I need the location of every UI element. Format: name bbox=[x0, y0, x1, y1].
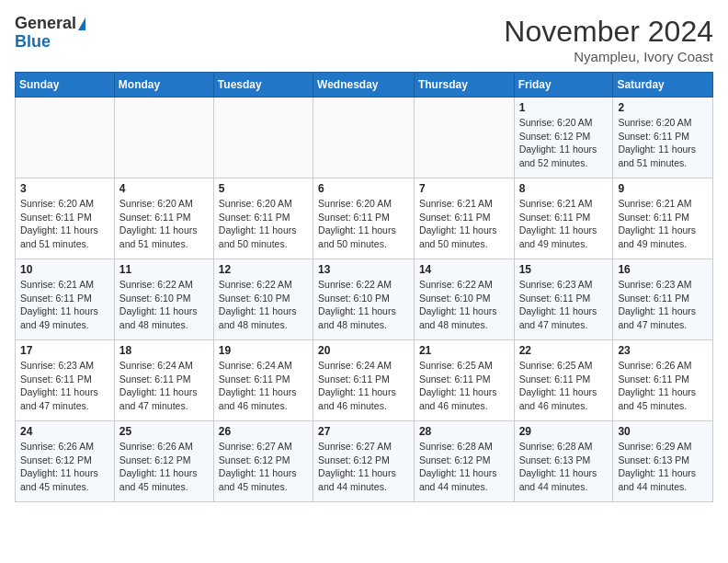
calendar-cell: 18Sunrise: 6:24 AMSunset: 6:11 PMDayligh… bbox=[114, 340, 213, 421]
header-row: SundayMondayTuesdayWednesdayThursdayFrid… bbox=[16, 73, 713, 98]
calendar-cell: 1Sunrise: 6:20 AMSunset: 6:12 PMDaylight… bbox=[514, 98, 613, 178]
day-info: Sunrise: 6:22 AMSunset: 6:10 PMDaylight:… bbox=[318, 278, 409, 332]
calendar-cell: 21Sunrise: 6:25 AMSunset: 6:11 PMDayligh… bbox=[414, 340, 514, 421]
day-info: Sunrise: 6:21 AMSunset: 6:11 PMDaylight:… bbox=[519, 197, 609, 251]
calendar-table: SundayMondayTuesdayWednesdayThursdayFrid… bbox=[15, 72, 713, 502]
calendar-cell: 4Sunrise: 6:20 AMSunset: 6:11 PMDaylight… bbox=[114, 178, 213, 259]
calendar-cell: 28Sunrise: 6:28 AMSunset: 6:12 PMDayligh… bbox=[414, 421, 514, 502]
calendar-week-0: 1Sunrise: 6:20 AMSunset: 6:12 PMDaylight… bbox=[16, 98, 713, 178]
day-info: Sunrise: 6:22 AMSunset: 6:10 PMDaylight:… bbox=[119, 278, 209, 332]
calendar-cell: 23Sunrise: 6:26 AMSunset: 6:11 PMDayligh… bbox=[613, 340, 713, 421]
calendar-cell: 11Sunrise: 6:22 AMSunset: 6:10 PMDayligh… bbox=[114, 259, 213, 340]
calendar-cell: 29Sunrise: 6:28 AMSunset: 6:13 PMDayligh… bbox=[514, 421, 613, 502]
calendar-body: 1Sunrise: 6:20 AMSunset: 6:12 PMDaylight… bbox=[16, 98, 713, 502]
day-number: 28 bbox=[419, 425, 509, 438]
logo: General Blue bbox=[15, 15, 85, 52]
day-number: 29 bbox=[519, 425, 609, 438]
day-number: 5 bbox=[219, 182, 308, 195]
col-header-monday: Monday bbox=[114, 73, 213, 98]
col-header-friday: Friday bbox=[514, 73, 613, 98]
calendar-cell: 16Sunrise: 6:23 AMSunset: 6:11 PMDayligh… bbox=[613, 259, 713, 340]
day-number: 9 bbox=[618, 182, 708, 195]
day-number: 6 bbox=[318, 182, 409, 195]
day-number: 18 bbox=[119, 344, 209, 357]
day-number: 11 bbox=[119, 263, 209, 276]
calendar-cell: 14Sunrise: 6:22 AMSunset: 6:10 PMDayligh… bbox=[414, 259, 514, 340]
day-info: Sunrise: 6:21 AMSunset: 6:11 PMDaylight:… bbox=[20, 278, 109, 332]
calendar-cell: 3Sunrise: 6:20 AMSunset: 6:11 PMDaylight… bbox=[16, 178, 115, 259]
calendar-cell: 2Sunrise: 6:20 AMSunset: 6:11 PMDaylight… bbox=[613, 98, 713, 178]
calendar-cell: 22Sunrise: 6:25 AMSunset: 6:11 PMDayligh… bbox=[514, 340, 613, 421]
day-number: 20 bbox=[318, 344, 409, 357]
calendar-cell: 19Sunrise: 6:24 AMSunset: 6:11 PMDayligh… bbox=[213, 340, 313, 421]
day-number: 12 bbox=[219, 263, 308, 276]
title-block: November 2024 Nyampleu, Ivory Coast bbox=[504, 15, 713, 64]
day-info: Sunrise: 6:26 AMSunset: 6:12 PMDaylight:… bbox=[20, 440, 109, 494]
col-header-sunday: Sunday bbox=[16, 73, 115, 98]
month-title: November 2024 bbox=[504, 15, 713, 49]
day-info: Sunrise: 6:20 AMSunset: 6:11 PMDaylight:… bbox=[318, 197, 409, 251]
day-info: Sunrise: 6:27 AMSunset: 6:12 PMDaylight:… bbox=[318, 440, 409, 494]
calendar-cell bbox=[16, 98, 115, 178]
day-info: Sunrise: 6:27 AMSunset: 6:12 PMDaylight:… bbox=[219, 440, 308, 494]
day-number: 1 bbox=[519, 101, 609, 114]
calendar-cell: 6Sunrise: 6:20 AMSunset: 6:11 PMDaylight… bbox=[313, 178, 415, 259]
day-number: 13 bbox=[318, 263, 409, 276]
day-number: 8 bbox=[519, 182, 609, 195]
day-info: Sunrise: 6:22 AMSunset: 6:10 PMDaylight:… bbox=[419, 278, 509, 332]
day-number: 2 bbox=[618, 101, 708, 114]
calendar-cell: 9Sunrise: 6:21 AMSunset: 6:11 PMDaylight… bbox=[613, 178, 713, 259]
logo-icon bbox=[78, 17, 85, 30]
day-info: Sunrise: 6:25 AMSunset: 6:11 PMDaylight:… bbox=[519, 359, 609, 413]
calendar-cell bbox=[313, 98, 415, 178]
day-number: 15 bbox=[519, 263, 609, 276]
calendar-cell: 30Sunrise: 6:29 AMSunset: 6:13 PMDayligh… bbox=[613, 421, 713, 502]
day-info: Sunrise: 6:28 AMSunset: 6:12 PMDaylight:… bbox=[419, 440, 509, 494]
calendar-header: SundayMondayTuesdayWednesdayThursdayFrid… bbox=[16, 73, 713, 98]
col-header-saturday: Saturday bbox=[613, 73, 713, 98]
day-number: 17 bbox=[20, 344, 109, 357]
day-info: Sunrise: 6:25 AMSunset: 6:11 PMDaylight:… bbox=[419, 359, 509, 413]
calendar-cell bbox=[114, 98, 213, 178]
calendar-cell: 7Sunrise: 6:21 AMSunset: 6:11 PMDaylight… bbox=[414, 178, 514, 259]
calendar-cell: 27Sunrise: 6:27 AMSunset: 6:12 PMDayligh… bbox=[313, 421, 415, 502]
day-number: 7 bbox=[419, 182, 509, 195]
day-number: 30 bbox=[618, 425, 708, 438]
day-number: 19 bbox=[219, 344, 308, 357]
day-info: Sunrise: 6:21 AMSunset: 6:11 PMDaylight:… bbox=[618, 197, 708, 251]
day-info: Sunrise: 6:20 AMSunset: 6:11 PMDaylight:… bbox=[119, 197, 209, 251]
day-info: Sunrise: 6:23 AMSunset: 6:11 PMDaylight:… bbox=[519, 278, 609, 332]
calendar-week-4: 24Sunrise: 6:26 AMSunset: 6:12 PMDayligh… bbox=[16, 421, 713, 502]
day-info: Sunrise: 6:20 AMSunset: 6:11 PMDaylight:… bbox=[618, 116, 708, 170]
day-info: Sunrise: 6:23 AMSunset: 6:11 PMDaylight:… bbox=[618, 278, 708, 332]
calendar-cell: 20Sunrise: 6:24 AMSunset: 6:11 PMDayligh… bbox=[313, 340, 415, 421]
day-info: Sunrise: 6:20 AMSunset: 6:12 PMDaylight:… bbox=[519, 116, 609, 170]
calendar-cell bbox=[414, 98, 514, 178]
day-info: Sunrise: 6:22 AMSunset: 6:10 PMDaylight:… bbox=[219, 278, 308, 332]
day-number: 4 bbox=[119, 182, 209, 195]
calendar-week-1: 3Sunrise: 6:20 AMSunset: 6:11 PMDaylight… bbox=[16, 178, 713, 259]
day-number: 27 bbox=[318, 425, 409, 438]
day-number: 10 bbox=[20, 263, 109, 276]
col-header-tuesday: Tuesday bbox=[213, 73, 313, 98]
day-info: Sunrise: 6:26 AMSunset: 6:11 PMDaylight:… bbox=[618, 359, 708, 413]
day-info: Sunrise: 6:23 AMSunset: 6:11 PMDaylight:… bbox=[20, 359, 109, 413]
day-info: Sunrise: 6:24 AMSunset: 6:11 PMDaylight:… bbox=[219, 359, 308, 413]
day-number: 16 bbox=[618, 263, 708, 276]
day-number: 21 bbox=[419, 344, 509, 357]
logo-general-text: General bbox=[15, 15, 76, 33]
day-number: 25 bbox=[119, 425, 209, 438]
calendar-cell: 10Sunrise: 6:21 AMSunset: 6:11 PMDayligh… bbox=[16, 259, 115, 340]
day-info: Sunrise: 6:26 AMSunset: 6:12 PMDaylight:… bbox=[119, 440, 209, 494]
day-number: 22 bbox=[519, 344, 609, 357]
day-number: 24 bbox=[20, 425, 109, 438]
calendar-cell: 5Sunrise: 6:20 AMSunset: 6:11 PMDaylight… bbox=[213, 178, 313, 259]
day-info: Sunrise: 6:29 AMSunset: 6:13 PMDaylight:… bbox=[618, 440, 708, 494]
day-info: Sunrise: 6:28 AMSunset: 6:13 PMDaylight:… bbox=[519, 440, 609, 494]
col-header-wednesday: Wednesday bbox=[313, 73, 415, 98]
day-info: Sunrise: 6:21 AMSunset: 6:11 PMDaylight:… bbox=[419, 197, 509, 251]
day-info: Sunrise: 6:24 AMSunset: 6:11 PMDaylight:… bbox=[318, 359, 409, 413]
calendar-cell: 15Sunrise: 6:23 AMSunset: 6:11 PMDayligh… bbox=[514, 259, 613, 340]
calendar-cell: 24Sunrise: 6:26 AMSunset: 6:12 PMDayligh… bbox=[16, 421, 115, 502]
calendar-cell: 8Sunrise: 6:21 AMSunset: 6:11 PMDaylight… bbox=[514, 178, 613, 259]
